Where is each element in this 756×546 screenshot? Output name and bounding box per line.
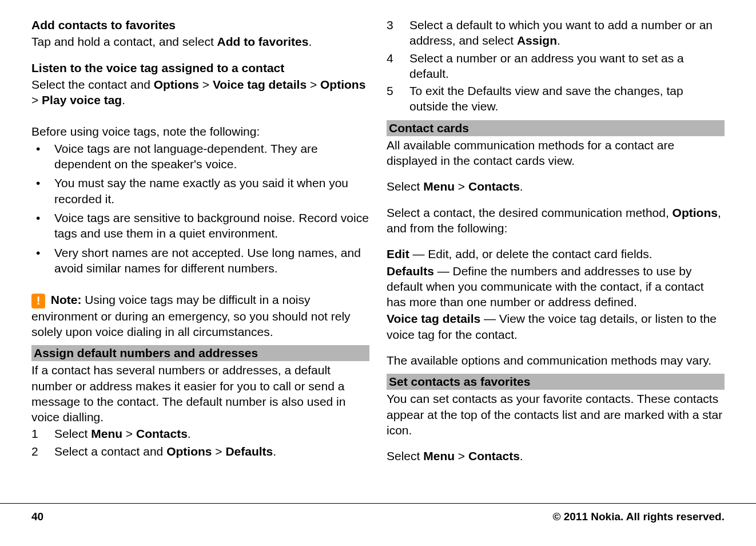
assign-defaults-steps-cont: 3Select a default to which you want to a…: [387, 17, 725, 114]
bullet-item: Voice tags are not language-dependent. T…: [31, 141, 369, 172]
text-part: — Edit, add, or delete the contact card …: [409, 247, 652, 260]
text-part: .: [308, 35, 312, 48]
text-part: >: [199, 78, 213, 91]
heading-contact-cards: Contact cards: [387, 120, 725, 136]
contact-cards-select: Select Menu > Contacts.: [387, 179, 725, 194]
option-defaults: Defaults — Define the numbers and addres…: [387, 263, 725, 310]
text-part: >: [122, 427, 136, 440]
text-part: — Define the numbers and addresses to us…: [387, 264, 703, 309]
warning-icon: [31, 294, 45, 308]
heading-set-favorites: Set contacts as favorites: [387, 374, 725, 390]
bold-term: Options: [166, 445, 212, 458]
text-part: .: [520, 449, 523, 462]
bold-term: Voice tag details: [213, 78, 307, 91]
step-num: 4: [387, 50, 404, 66]
page-number: 40: [31, 511, 43, 523]
step-num: 5: [387, 83, 404, 98]
step-num: 3: [387, 17, 404, 33]
contact-cards-intro: All available communication methods for …: [387, 137, 725, 169]
text-part: Select: [387, 180, 423, 193]
text-part: .: [273, 445, 276, 458]
note-block: Note: Using voice tags may be difficult …: [31, 292, 369, 339]
bold-term: Voice tag details: [387, 312, 480, 325]
page-content: Add contacts to favorites Tap and hold a…: [0, 0, 756, 498]
step-num: 1: [31, 426, 49, 441]
assign-defaults-intro: If a contact has several numbers or addr…: [31, 362, 369, 425]
text-part: >: [31, 93, 42, 106]
text-part: >: [212, 445, 225, 458]
set-favorites-select: Select Menu > Contacts.: [387, 448, 725, 464]
text-add-favorites: Tap and hold a contact, and select Add t…: [31, 34, 369, 49]
contact-cards-select2: Select a contact, the desired communicat…: [387, 205, 725, 236]
text-voice-tag: Select the contact and Options > Voice t…: [31, 77, 369, 108]
heading-voice-tag: Listen to the voice tag assigned to a co…: [31, 60, 369, 76]
text-part: To exit the Defaults view and save the c…: [409, 84, 683, 113]
bold-term: Menu: [423, 180, 455, 193]
heading-add-favorites: Add contacts to favorites: [31, 17, 369, 33]
bold-term: Contacts: [468, 180, 520, 193]
text-part: Select: [387, 449, 423, 462]
text-part: Select a number or an address you want t…: [409, 52, 684, 80]
assign-defaults-steps: 1Select Menu > Contacts. 2Select a conta…: [31, 426, 369, 459]
bold-term: Menu: [423, 449, 455, 462]
step-num: 2: [31, 444, 49, 459]
bullet-item: Voice tags are sensitive to background n…: [31, 210, 369, 242]
note-label: Note:: [51, 293, 82, 306]
bullet-item: You must say the name exactly as you sai…: [31, 175, 369, 207]
bold-term: Add to favorites: [217, 35, 309, 48]
bold-term: Options: [154, 78, 199, 91]
step-1: 1Select Menu > Contacts.: [31, 426, 369, 441]
set-favorites-intro: You can set contacts as your favorite co…: [387, 391, 725, 438]
text-part: .: [520, 180, 523, 193]
bold-term: Menu: [91, 427, 122, 440]
bold-term: Options: [673, 206, 718, 219]
step-2: 2Select a contact and Options > Defaults…: [31, 444, 369, 459]
text-part: >: [455, 449, 468, 462]
step-4: 4Select a number or an address you want …: [387, 50, 725, 82]
text-part: .: [188, 427, 191, 440]
left-column: Add contacts to favorites Tap and hold a…: [31, 17, 369, 498]
bold-term: Play voice tag: [42, 93, 122, 106]
heading-assign-defaults: Assign default numbers and addresses: [31, 345, 369, 361]
voice-tag-bullets: Voice tags are not language-dependent. T…: [31, 141, 369, 276]
text-part: Select: [54, 427, 91, 440]
text-part: Select a contact, the desired communicat…: [387, 206, 673, 219]
bullet-item: Very short names are not accepted. Use l…: [31, 245, 369, 276]
contact-cards-outro: The available options and communication …: [387, 353, 725, 368]
bold-term: Defaults: [387, 264, 434, 278]
page-footer: 40 © 2011 Nokia. All rights reserved.: [0, 503, 756, 546]
option-voice-tag-details: Voice tag details — View the voice tag d…: [387, 311, 725, 342]
bold-term: Contacts: [136, 427, 188, 440]
step-3: 3Select a default to which you want to a…: [387, 17, 725, 49]
text-part: >: [455, 180, 468, 193]
text-part: Select the contact and: [31, 78, 154, 91]
text-part: Select a contact and: [54, 445, 166, 458]
text-part: .: [557, 34, 560, 47]
bold-term: Defaults: [225, 445, 273, 458]
bold-term: Assign: [517, 34, 557, 47]
text-part: >: [307, 78, 320, 91]
step-5: 5To exit the Defaults view and save the …: [387, 83, 725, 114]
bold-term: Options: [320, 78, 365, 91]
text-part: .: [122, 93, 125, 106]
voice-tag-intro: Before using voice tags, note the follow…: [31, 124, 369, 139]
right-column: 3Select a default to which you want to a…: [387, 17, 725, 498]
bold-term: Contacts: [468, 449, 520, 462]
bold-term: Edit: [387, 247, 409, 260]
copyright-text: © 2011 Nokia. All rights reserved.: [552, 511, 725, 523]
option-edit: Edit — Edit, add, or delete the contact …: [387, 246, 725, 262]
text-part: Tap and hold a contact, and select: [31, 35, 217, 48]
text-part: Select a default to which you want to ad…: [409, 18, 713, 47]
